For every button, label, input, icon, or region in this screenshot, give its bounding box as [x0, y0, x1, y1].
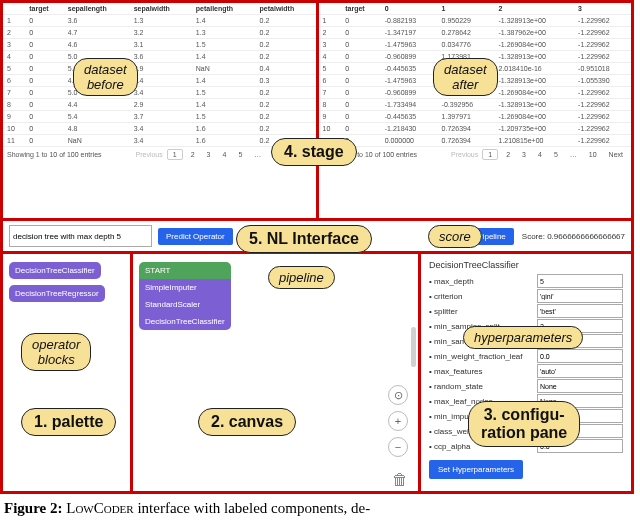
predict-operator-button[interactable]: Predict Operator [158, 228, 233, 245]
page-10[interactable]: 10 [269, 150, 285, 159]
hparam-input[interactable] [537, 364, 623, 378]
page-2[interactable]: 2 [502, 150, 514, 159]
page-10[interactable]: 10 [585, 150, 601, 159]
palette-block[interactable]: DecisionTreeClassifier [9, 262, 101, 279]
hparam-row: min_weight_fraction_leaf [429, 349, 623, 363]
palette-block[interactable]: DecisionTreeRegressor [9, 285, 105, 302]
page-ell: … [250, 150, 265, 159]
showing-text: Showing 1 to 10 of 100 entries [323, 151, 418, 158]
dataset-before-table: targetsepallengthsepalwidthpetallengthpe… [3, 3, 316, 147]
score-text: Score: 0.9666666666666667 [522, 232, 625, 241]
hparam-input[interactable] [537, 274, 623, 288]
hparam-input[interactable] [537, 439, 623, 453]
page-3[interactable]: 3 [518, 150, 530, 159]
hparam-label: random_state [429, 382, 537, 391]
figure-caption: Figure 2: LowCoder interface with labele… [0, 494, 640, 517]
hparam-input[interactable] [537, 409, 623, 423]
pipeline-stack[interactable]: START SimpleImputer StandardScaler Decis… [139, 262, 231, 330]
hparam-label: min_samples_leaf [429, 337, 537, 346]
hparam-input[interactable] [537, 334, 623, 348]
set-hyperparameters-button[interactable]: Set Hyperparameters [429, 460, 523, 479]
nl-prompt-input[interactable] [9, 225, 152, 247]
nl-left: Predict Operator [3, 225, 452, 247]
next-link[interactable]: Next [289, 150, 311, 159]
page-5[interactable]: 5 [234, 150, 246, 159]
prev-link[interactable]: Previous [451, 151, 478, 158]
hparam-input[interactable] [537, 424, 623, 438]
hparam-input[interactable] [537, 394, 623, 408]
hparam-row: class_weight [429, 424, 623, 438]
stack-block[interactable]: DecisionTreeClassifier [139, 313, 231, 330]
nl-row: Predict Operator Run Pipeline Score: 0.9… [3, 221, 631, 254]
canvas-scrollbar[interactable] [411, 327, 416, 367]
next-link[interactable]: Next [605, 150, 627, 159]
hparam-label: splitter [429, 307, 537, 316]
hparam-row: criterion [429, 289, 623, 303]
stage-row: targetsepallengthsepalwidthpetallengthpe… [3, 3, 631, 221]
dataset-after-table: target012310-0.8821930.950229-1.328913e+… [319, 3, 632, 147]
hparam-row: splitter [429, 304, 623, 318]
hparam-label: min_weight_fraction_leaf [429, 352, 537, 361]
dataset-before-pane: targetsepallengthsepalwidthpetallengthpe… [3, 3, 316, 218]
pager-before: Showing 1 to 10 of 100 entries Previous … [3, 147, 316, 162]
page-4[interactable]: 4 [534, 150, 546, 159]
canvas-controls: ⊙ + − [388, 385, 408, 457]
hparam-input[interactable] [537, 349, 623, 363]
hparam-row: min_samples_leaf [429, 334, 623, 348]
hparam-row: random_state [429, 379, 623, 393]
hparam-input[interactable] [537, 379, 623, 393]
hparam-row: min_samples_split [429, 319, 623, 333]
config-pane: DecisionTreeClassifier max_depthcriterio… [421, 254, 631, 494]
page-4[interactable]: 4 [218, 150, 230, 159]
figure-frame: targetsepallengthsepalwidthpetallengthpe… [0, 0, 634, 494]
trash-icon[interactable]: 🗑 [392, 471, 408, 489]
stack-block[interactable]: SimpleImputer [139, 279, 231, 296]
hparam-input[interactable] [537, 289, 623, 303]
page-2[interactable]: 2 [187, 150, 199, 159]
page-5[interactable]: 5 [550, 150, 562, 159]
hparam-row: ccp_alpha [429, 439, 623, 453]
page-3[interactable]: 3 [203, 150, 215, 159]
hparam-label: max_features [429, 367, 537, 376]
zoom-in-icon[interactable]: + [388, 411, 408, 431]
hparam-label: min_samples_split [429, 322, 537, 331]
dataset-after-pane: target012310-0.8821930.950229-1.328913e+… [316, 3, 632, 218]
hparam-label: max_depth [429, 277, 537, 286]
pager-after: Showing 1 to 10 of 100 entries Previous … [319, 147, 632, 162]
palette-pane: DecisionTreeClassifier DecisionTreeRegre… [3, 254, 133, 494]
score-area: Run Pipeline Score: 0.9666666666666667 [452, 228, 631, 245]
page-ell: … [566, 150, 581, 159]
zoom-target-icon[interactable]: ⊙ [388, 385, 408, 405]
showing-text: Showing 1 to 10 of 100 entries [7, 151, 102, 158]
editor-row: DecisionTreeClassifier DecisionTreeRegre… [3, 254, 631, 494]
stack-block[interactable]: StandardScaler [139, 296, 231, 313]
hparam-row: min_impurity_decrease [429, 409, 623, 423]
hparam-label: ccp_alpha [429, 442, 537, 451]
hparam-input[interactable] [537, 304, 623, 318]
config-title: DecisionTreeClassifier [429, 260, 623, 270]
run-pipeline-button[interactable]: Run Pipeline [452, 228, 513, 245]
hparam-input[interactable] [537, 319, 623, 333]
page-1[interactable]: 1 [482, 149, 498, 160]
hparam-row: max_leaf_nodes [429, 394, 623, 408]
hparam-label: criterion [429, 292, 537, 301]
canvas-pane[interactable]: START SimpleImputer StandardScaler Decis… [133, 254, 421, 494]
hparam-label: class_weight [429, 427, 537, 436]
hparam-label: min_impurity_decrease [429, 412, 537, 421]
hparam-row: max_depth [429, 274, 623, 288]
page-1[interactable]: 1 [167, 149, 183, 160]
hparam-row: max_features [429, 364, 623, 378]
zoom-out-icon[interactable]: − [388, 437, 408, 457]
stack-block-start[interactable]: START [139, 262, 231, 279]
hparam-label: max_leaf_nodes [429, 397, 537, 406]
prev-link[interactable]: Previous [136, 151, 163, 158]
